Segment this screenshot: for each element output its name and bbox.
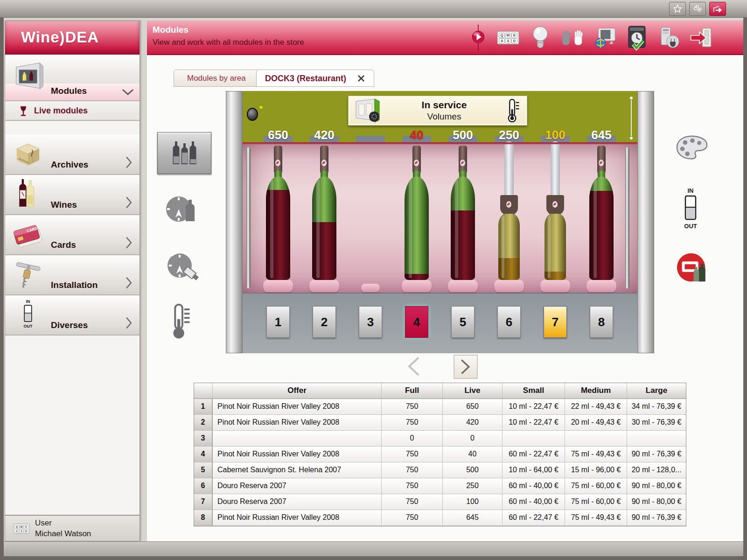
sidebar-item-modules[interactable]: Modules bbox=[5, 55, 140, 101]
table-cell: 22 ml - 49,43 € bbox=[565, 399, 627, 415]
in-out-switch-icon: INOUT bbox=[680, 187, 701, 231]
column-header: Small bbox=[503, 383, 565, 399]
service-times-button[interactable] bbox=[163, 191, 199, 227]
table-cell: Douro Reserva 2007 bbox=[213, 478, 382, 494]
wine-level bbox=[451, 210, 475, 280]
column-header: Full bbox=[382, 383, 443, 399]
table-row[interactable]: 8Pinot Noir Russian River Valley 2008750… bbox=[194, 510, 686, 526]
slot-button-8[interactable]: 8 bbox=[590, 306, 613, 338]
table-cell: 500 bbox=[443, 462, 503, 478]
next-module-button[interactable] bbox=[454, 355, 478, 379]
network-icon[interactable] bbox=[593, 24, 616, 51]
bottle-cap bbox=[459, 146, 467, 173]
table-cell bbox=[503, 431, 565, 447]
sidebar-item-cards[interactable]: CARD Cards bbox=[5, 215, 140, 255]
slot-7: 100 bbox=[532, 127, 579, 295]
exit-icon[interactable] bbox=[690, 24, 712, 51]
bottle-logo bbox=[552, 201, 558, 208]
light-icon[interactable] bbox=[529, 24, 552, 51]
table-row[interactable]: 7Douro Reserva 200775010060 ml - 40,00 €… bbox=[194, 494, 686, 510]
bottle-logo bbox=[599, 160, 604, 166]
bottle-logo bbox=[321, 160, 327, 166]
bottle-cap bbox=[412, 146, 421, 173]
keyboard-icon[interactable]: QWEASD bbox=[497, 24, 519, 51]
table-cell: 645 bbox=[443, 510, 503, 526]
machine-frame-right bbox=[637, 91, 654, 353]
sidebar-item-wines[interactable]: Wines bbox=[5, 175, 140, 215]
bottles-view-button[interactable] bbox=[157, 132, 211, 174]
bottle-body bbox=[451, 176, 475, 280]
sidebar-item-diverses[interactable]: INOUT Diverses bbox=[5, 295, 140, 336]
star-button[interactable] bbox=[669, 2, 686, 16]
svg-text:IN: IN bbox=[688, 187, 694, 194]
svg-text:W: W bbox=[20, 525, 23, 528]
table-row[interactable]: 6Douro Reserva 200775025060 ml - 40,00 €… bbox=[194, 478, 686, 494]
chevron-right-icon bbox=[125, 277, 133, 289]
previous-module-button[interactable] bbox=[405, 356, 422, 377]
user-box: QWEASD User Michael Watson bbox=[5, 515, 140, 541]
slot-3 bbox=[347, 127, 394, 295]
cleaning-button[interactable] bbox=[163, 247, 201, 285]
hands-icon[interactable] bbox=[561, 24, 584, 51]
appearance-button[interactable] bbox=[675, 134, 709, 161]
temperature-button[interactable] bbox=[170, 303, 191, 340]
svg-text:OUT: OUT bbox=[684, 223, 697, 230]
table-row[interactable]: 5Cabernet Sauvignon St. Helena 200775050… bbox=[194, 462, 686, 478]
slot-button-1[interactable]: 1 bbox=[266, 306, 290, 338]
bottle-body bbox=[545, 214, 566, 280]
wine-bottle bbox=[440, 127, 486, 295]
bottle-pedestal bbox=[586, 280, 616, 292]
bottle-pedestal bbox=[309, 280, 339, 292]
app-logo-text: Wine)DEA bbox=[21, 28, 99, 46]
table-cell: 7 bbox=[194, 494, 213, 510]
slot-button-2[interactable]: 2 bbox=[313, 306, 336, 338]
modules-icon bbox=[13, 58, 46, 94]
extraction-button[interactable] bbox=[675, 250, 711, 286]
slot-button-3[interactable]: 3 bbox=[359, 306, 382, 338]
app-logo: Wine)DEA bbox=[5, 21, 140, 55]
bottle-pedestal bbox=[402, 280, 432, 292]
wine-level bbox=[545, 272, 566, 280]
sidebar-item-archives[interactable]: Archive Archives bbox=[5, 135, 140, 175]
table-row[interactable]: 1Pinot Noir Russian River Valley 2008750… bbox=[194, 399, 686, 415]
bottle-pedestal bbox=[263, 280, 293, 292]
table-row[interactable]: 4Pinot Noir Russian River Valley 2008750… bbox=[194, 447, 686, 462]
table-cell: Pinot Noir Russian River Valley 2008 bbox=[213, 415, 382, 431]
table-cell: 90 ml - 76,39 € bbox=[627, 510, 686, 526]
close-icon[interactable] bbox=[357, 74, 365, 83]
play-icon[interactable] bbox=[469, 24, 487, 51]
slot-button-4[interactable]: 4 bbox=[405, 306, 428, 338]
table-row[interactable]: 300 bbox=[194, 431, 686, 447]
backup-icon[interactable] bbox=[626, 24, 648, 51]
sparkling-bottle bbox=[532, 127, 579, 295]
status-text: In service Volumes bbox=[382, 99, 506, 122]
column-header: Offer bbox=[213, 383, 382, 399]
statusbar bbox=[4, 541, 743, 556]
power-icon[interactable] bbox=[658, 24, 680, 51]
tab-modules-by-area[interactable]: Modules by area bbox=[174, 70, 259, 87]
slot-button-6[interactable]: 6 bbox=[497, 306, 521, 338]
export-button[interactable] bbox=[709, 2, 726, 16]
wine-level bbox=[312, 222, 336, 280]
wine-level bbox=[405, 274, 429, 280]
in-out-button[interactable]: INOUT bbox=[680, 187, 701, 231]
table-cell: 90 ml - 76,39 € bbox=[627, 447, 686, 462]
sidebar-item-live-modules[interactable]: Live modules bbox=[5, 101, 140, 121]
machine-rail bbox=[243, 142, 637, 144]
tab-dock3-restaurant[interactable]: DOCK3 (Restaurant) bbox=[256, 70, 374, 87]
tags-button[interactable] bbox=[689, 2, 706, 16]
table-cell: 750 bbox=[382, 462, 443, 478]
slot-4: 40 bbox=[393, 127, 440, 295]
table-cell: 250 bbox=[443, 478, 503, 494]
svg-text:D: D bbox=[513, 39, 516, 43]
table-cell: 90 ml - 80,00 € bbox=[627, 478, 686, 494]
slot-button-7[interactable]: 7 bbox=[544, 306, 567, 338]
sidebar-item-installation[interactable]: Installation bbox=[5, 255, 140, 295]
palette-icon bbox=[675, 134, 709, 161]
slot-button-5[interactable]: 5 bbox=[451, 306, 475, 338]
titlebar-buttons bbox=[669, 2, 726, 16]
table-row[interactable]: 2Pinot Noir Russian River Valley 2008750… bbox=[194, 415, 686, 431]
status-subtitle: Volumes bbox=[382, 112, 506, 122]
table-cell: 20 ml - 128,0... bbox=[627, 462, 686, 478]
table-cell: 2 bbox=[194, 415, 213, 431]
